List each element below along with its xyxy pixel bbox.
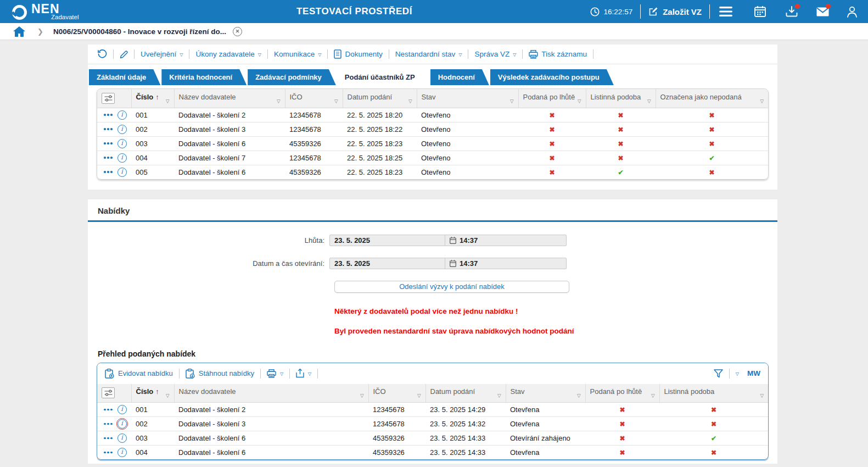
opening-date-value[interactable]: 23. 5. 2025	[330, 258, 445, 269]
user-filter-select[interactable]: ▽ MW	[736, 369, 760, 377]
filter-caret-icon[interactable]: ▽	[408, 98, 412, 104]
menu-button[interactable]	[718, 3, 734, 20]
toolbar-sprava-vz[interactable]: Správa VZ▽	[474, 50, 516, 58]
tab-4[interactable]: Hodnocení	[430, 69, 489, 85]
filter-caret-icon[interactable]: ▽	[166, 98, 170, 104]
filter-caret-icon[interactable]: ▽	[334, 98, 338, 104]
edit-button[interactable]	[120, 50, 128, 59]
filter-caret-icon[interactable]: ▽	[760, 98, 764, 104]
offers-row-2[interactable]: i003Dodavatel - školení 64535932623. 5. …	[97, 431, 768, 446]
submissions-col-3[interactable]: Datum podání▽	[343, 89, 417, 108]
offers-col-0[interactable]: Číslo↑▽	[131, 384, 174, 403]
tab-0[interactable]: Základní údaje	[89, 69, 160, 85]
nen-logo[interactable]: NEN Zadavatel	[12, 3, 79, 21]
deadline-time-value[interactable]: 14:37	[460, 236, 478, 244]
deadline-field[interactable]: 23. 5. 2025 14:37	[329, 235, 567, 246]
offers-col-5[interactable]: Podaná po lhůtě▽	[585, 384, 659, 403]
submissions-col-5[interactable]: Podaná po lhůtě▽	[518, 89, 586, 108]
deadline-date-value[interactable]: 23. 5. 2025	[330, 235, 445, 246]
toolbar-tisk-zaznamu[interactable]: Tisk záznamu	[529, 50, 587, 59]
close-record-icon[interactable]: ✕	[233, 27, 242, 36]
filter-caret-icon[interactable]: ▽	[647, 98, 651, 104]
offers-col-2[interactable]: IČO▽	[368, 384, 425, 403]
row-info-icon[interactable]: i	[117, 433, 127, 443]
submissions-row-0[interactable]: i001Dodavatel - školení 21234567822. 5. …	[97, 108, 768, 122]
column-settings-icon[interactable]	[102, 93, 115, 104]
messages-button[interactable]	[814, 3, 831, 20]
row-info-icon[interactable]: i	[117, 110, 127, 120]
toolbar-dokumenty[interactable]: Dokumenty	[334, 49, 382, 59]
submissions-col-1[interactable]: Název dodavatele▽	[174, 89, 285, 108]
toolbar-nestandardni-stav[interactable]: Nestandardní stav▽	[395, 50, 462, 58]
offers-nazev: Dodavatel - školení 3	[174, 417, 368, 431]
filter-caret-icon[interactable]: ▽	[417, 393, 421, 398]
row-menu-icon[interactable]	[104, 171, 113, 173]
row-info-icon[interactable]: i	[117, 448, 127, 457]
row-info-icon[interactable]: i	[117, 405, 127, 414]
row-info-icon[interactable]: i	[117, 168, 127, 177]
toolbar-komunikace[interactable]: Komunikace▽	[274, 50, 321, 58]
filter-button[interactable]	[714, 369, 723, 378]
row-menu-icon[interactable]	[104, 142, 113, 144]
row-menu-icon[interactable]	[104, 114, 113, 116]
submissions-col-7[interactable]: Označena jako nepodaná▽	[656, 89, 768, 108]
filter-caret-icon[interactable]: ▽	[651, 393, 655, 398]
home-button[interactable]	[13, 26, 25, 37]
opening-field[interactable]: 23. 5. 2025 14:37	[329, 258, 567, 269]
tab-3[interactable]: Podání účastníků ZP	[337, 69, 429, 85]
breadcrumb-record[interactable]: N006/25/V00004860 - Inovace v rozvoji ří…	[53, 27, 226, 36]
cross-icon: ✖	[619, 435, 625, 442]
calendar-button[interactable]	[752, 3, 768, 20]
submissions-col-6[interactable]: Listinná podoba▽	[586, 89, 656, 108]
profile-button[interactable]	[844, 3, 860, 20]
submissions-row-2[interactable]: i003Dodavatel - školení 64535932622. 5. …	[97, 136, 768, 151]
column-settings-icon[interactable]	[102, 387, 115, 398]
tab-1[interactable]: Kritéria hodnocení	[161, 69, 247, 85]
row-menu-icon[interactable]	[104, 409, 113, 411]
row-menu-icon[interactable]	[104, 452, 113, 454]
history-button[interactable]	[98, 49, 107, 59]
filter-caret-icon[interactable]: ▽	[578, 98, 581, 104]
row-menu-icon[interactable]	[104, 157, 113, 159]
filter-caret-icon[interactable]: ▽	[760, 393, 764, 398]
submissions-row-4[interactable]: i005Dodavatel - školení 64535932622. 5. …	[97, 165, 768, 179]
row-info-icon[interactable]: i	[117, 419, 127, 429]
print-table-button[interactable]: ▽	[267, 369, 283, 378]
row-menu-icon[interactable]	[104, 423, 113, 425]
offers-col-1[interactable]: Název dodavatele▽	[174, 384, 368, 403]
filter-caret-icon[interactable]: ▽	[166, 393, 170, 398]
download-offers-button[interactable]: Stáhnout nabídky	[186, 369, 254, 379]
filter-caret-icon[interactable]: ▽	[360, 393, 364, 398]
filter-caret-icon[interactable]: ▽	[497, 393, 501, 398]
filter-caret-icon[interactable]: ▽	[577, 393, 581, 398]
create-vz-button[interactable]: Založit VZ	[648, 7, 702, 16]
row-info-icon[interactable]: i	[117, 139, 127, 148]
submissions-row-1[interactable]: i002Dodavatel - školení 31234567822. 5. …	[97, 122, 768, 136]
row-menu-icon[interactable]	[104, 437, 113, 440]
offers-row-0[interactable]: i001Dodavatel - školení 21234567823. 5. …	[97, 403, 768, 417]
register-offer-button[interactable]: Evidovat nabídku	[105, 369, 173, 379]
tab-2[interactable]: Zadávací podmínky	[248, 69, 336, 85]
submissions-row-3[interactable]: i004Dodavatel - školení 71234567822. 5. …	[97, 151, 768, 165]
offers-col-3[interactable]: Datum podání▽	[425, 384, 506, 403]
export-button[interactable]: ▽	[296, 369, 311, 378]
tab-5[interactable]: Výsledek zadávacího postupu	[490, 69, 614, 85]
submissions-col-2[interactable]: IČO▽	[285, 89, 343, 108]
toolbar-ukony-zadavatele[interactable]: Úkony zadavatele▽	[195, 50, 261, 58]
row-menu-icon[interactable]	[104, 128, 113, 130]
opening-time-value[interactable]: 14:37	[460, 259, 478, 268]
offers-row-1[interactable]: i002Dodavatel - školení 31234567823. 5. …	[97, 417, 768, 431]
filter-caret-icon[interactable]: ▽	[510, 98, 514, 104]
toolbar-uverejneni[interactable]: Uveřejnění▽	[141, 50, 183, 58]
row-info-icon[interactable]: i	[117, 153, 127, 163]
send-invite-button[interactable]: Odeslání výzvy k podání nabídek	[334, 281, 569, 293]
submissions-col-4[interactable]: Stav▽	[417, 89, 518, 108]
row-info-icon[interactable]: i	[117, 125, 127, 134]
downloads-button[interactable]	[783, 3, 800, 20]
submissions-col-0[interactable]: Číslo↑▽	[131, 89, 174, 108]
offers-nazev: Dodavatel - školení 6	[174, 431, 368, 446]
offers-col-6[interactable]: Listinná podoba▽	[659, 384, 768, 403]
offers-col-4[interactable]: Stav▽	[506, 384, 585, 403]
offers-row-3[interactable]: i004Dodavatel - školení 64535932623. 5. …	[97, 446, 768, 460]
filter-caret-icon[interactable]: ▽	[277, 98, 281, 104]
